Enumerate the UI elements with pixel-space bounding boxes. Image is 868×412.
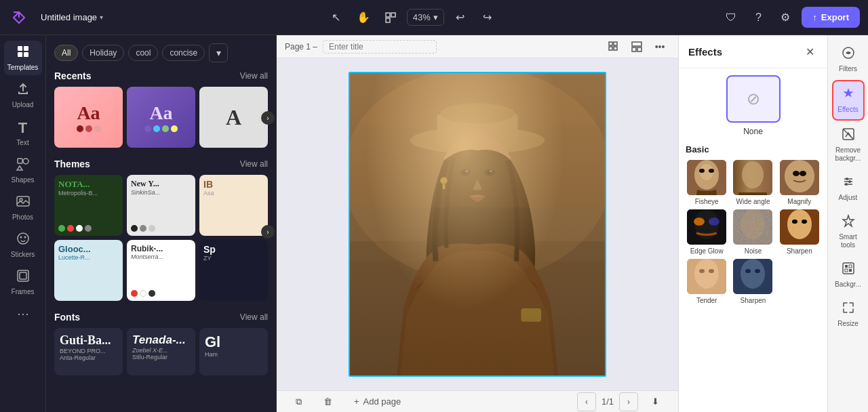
theme-gloo[interactable]: Glooc... Lucette-R... [54, 240, 123, 301]
svg-rect-21 [632, 42, 642, 46]
effect-edge-glow[interactable]: Edge Glow [686, 209, 728, 255]
svg-rect-40 [521, 308, 541, 322]
adjust-icon [842, 175, 855, 192]
svg-rect-41 [350, 73, 605, 375]
effect-noise[interactable]: Noise [732, 209, 774, 255]
filters-label: Filters [839, 65, 857, 73]
close-icon: ✕ [806, 45, 814, 58]
sidebar-item-text[interactable]: T Text [4, 115, 42, 150]
recent-card-2[interactable]: Aa [127, 87, 195, 148]
canvas-image-wrapper[interactable] [349, 72, 606, 377]
svg-point-68 [694, 259, 719, 289]
layout-tool-btn[interactable] [380, 7, 401, 28]
font-card-3-sub1: Ham [205, 351, 262, 358]
effect-magnify[interactable]: Magnify [778, 160, 821, 205]
duplicate-btn[interactable]: ⧉ [288, 392, 310, 411]
svg-rect-1 [391, 13, 395, 17]
add-page-btn[interactable]: + Add page [346, 392, 409, 411]
fonts-title: Fonts [54, 312, 80, 323]
svg-point-79 [846, 178, 848, 180]
grid-view-btn[interactable] [604, 37, 624, 57]
shield-icon-btn[interactable]: 🛡 [720, 7, 742, 28]
none-effect-box[interactable]: ⊘ [726, 75, 781, 123]
help-btn[interactable]: ? [747, 7, 769, 28]
sidebar-item-shapes[interactable]: Shapes [4, 153, 42, 188]
hand-tool-btn[interactable]: ✋ [353, 7, 374, 28]
effect-fisheye[interactable]: Fisheye [686, 160, 728, 205]
export-icon: ↑ [812, 12, 817, 22]
wide-angle-label: Wide angle [736, 198, 770, 205]
effects-close-btn[interactable]: ✕ [802, 43, 818, 60]
recent-card-3[interactable]: A [199, 87, 268, 148]
zoom-control[interactable]: 43% ▾ [407, 9, 444, 26]
filter-concise[interactable]: concise [162, 45, 205, 61]
canvas-content[interactable] [277, 58, 678, 390]
filter-holiday[interactable]: Holiday [82, 45, 124, 61]
filter-more-btn[interactable]: ▾ [209, 43, 228, 62]
resize-tool[interactable]: Resize [832, 295, 865, 333]
smart-tools-tool[interactable]: Smart tools [832, 209, 865, 255]
background-tool[interactable]: Backgr... [832, 256, 865, 294]
recents-nav-arrow[interactable]: › [261, 111, 275, 125]
svg-point-12 [18, 233, 28, 244]
duplicate-icon: ⧉ [296, 396, 302, 407]
svg-point-49 [742, 161, 764, 188]
title-chevron[interactable]: ▾ [100, 14, 103, 21]
layout-view-btn[interactable] [627, 37, 647, 57]
sidebar-item-upload[interactable]: Upload [4, 78, 42, 112]
recent-card-1[interactable]: Aa [54, 87, 123, 148]
effect-sharpen[interactable]: Sharpen [778, 209, 821, 255]
sidebar-item-more[interactable]: ⋯ [4, 302, 42, 325]
noise-label: Noise [745, 247, 762, 255]
effect-tender[interactable]: Tender [686, 259, 728, 304]
effect-sharpen2[interactable]: Sharpen [732, 259, 774, 304]
filters-tool[interactable]: Filters [832, 41, 865, 79]
filter-cool[interactable]: cool [128, 45, 158, 61]
remove-bg-tool[interactable]: Remove backgr... [832, 122, 865, 168]
theme-nota[interactable]: NOTA... Metropolis-B... [54, 175, 123, 236]
more-options-btn[interactable]: ••• [650, 37, 670, 57]
font-card-2[interactable]: Tenada-... Zoebel X-E... Stilu-Regular [127, 328, 195, 375]
sidebar-item-templates-label: Templates [7, 64, 39, 71]
smart-tools-icon [842, 214, 855, 231]
themes-view-all[interactable]: View all [240, 159, 268, 169]
fisheye-label: Fisheye [695, 198, 719, 205]
theme-ibe[interactable]: IB Asa [199, 175, 268, 236]
themes-nav-arrow[interactable]: › [261, 225, 275, 239]
svg-rect-16 [20, 272, 26, 279]
download-btn[interactable]: ⬇ [644, 392, 667, 411]
pointer-tool-btn[interactable]: ↖ [326, 7, 347, 28]
theme-sp[interactable]: Sp ZY [199, 240, 268, 301]
theme-newy[interactable]: New Y... SinkinSa... [127, 175, 195, 236]
fonts-view-all[interactable]: View all [240, 312, 268, 322]
adjust-label: Adjust [839, 194, 858, 202]
prev-page-btn[interactable]: ‹ [577, 392, 596, 411]
recents-view-all[interactable]: View all [240, 71, 268, 81]
sidebar-item-text-label: Text [16, 139, 28, 146]
settings-btn[interactable]: ⚙ [774, 7, 796, 28]
effect-wide-angle[interactable]: Wide angle [732, 160, 774, 205]
font-card-1[interactable]: Guti-Ba... BEYOND PRO... Anta-Regular [54, 328, 123, 375]
svg-point-30 [440, 104, 514, 124]
font-card-3[interactable]: Gl Ham [199, 328, 268, 375]
sidebar-item-templates[interactable]: Templates [4, 41, 42, 75]
sidebar-item-stickers[interactable]: Stickers [4, 228, 42, 262]
delete-btn[interactable]: 🗑 [315, 392, 340, 411]
sidebar-item-frames[interactable]: Frames [4, 265, 42, 300]
theme-rubik[interactable]: Rubik-... Montserra... [127, 240, 195, 301]
theme-newy-name: New Y... [131, 179, 191, 189]
effects-tool[interactable]: Effects [832, 80, 865, 121]
filter-all[interactable]: All [54, 45, 78, 61]
adjust-tool[interactable]: Adjust [832, 169, 865, 207]
shapes-icon [16, 157, 30, 174]
font-card-1-sub1: BEYOND PRO... [60, 348, 117, 354]
sidebar-item-photos[interactable]: Photos [4, 190, 42, 225]
app-logo [8, 7, 30, 28]
next-page-btn[interactable]: › [619, 392, 638, 411]
undo-btn[interactable]: ↩ [450, 7, 471, 28]
redo-btn[interactable]: ↪ [477, 7, 498, 28]
page-title-input[interactable] [323, 40, 437, 54]
background-label: Backgr... [835, 281, 861, 289]
export-button[interactable]: ↑ Export [802, 7, 860, 28]
sidebar-item-upload-label: Upload [12, 101, 34, 108]
